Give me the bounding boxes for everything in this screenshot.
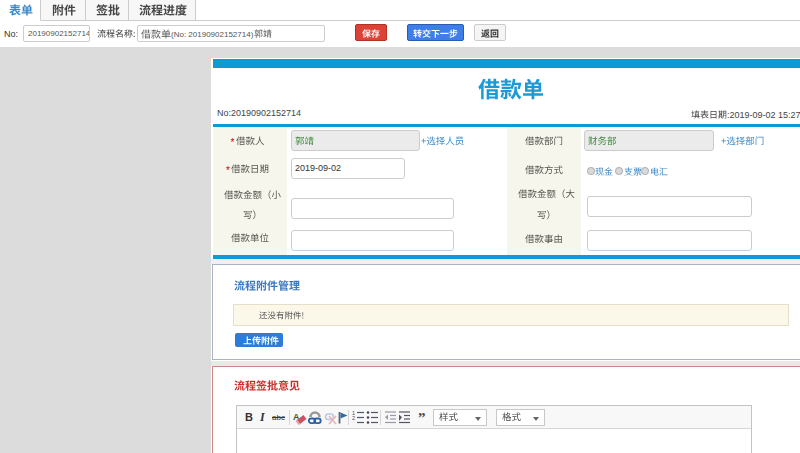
- svg-text:2: 2: [352, 415, 355, 421]
